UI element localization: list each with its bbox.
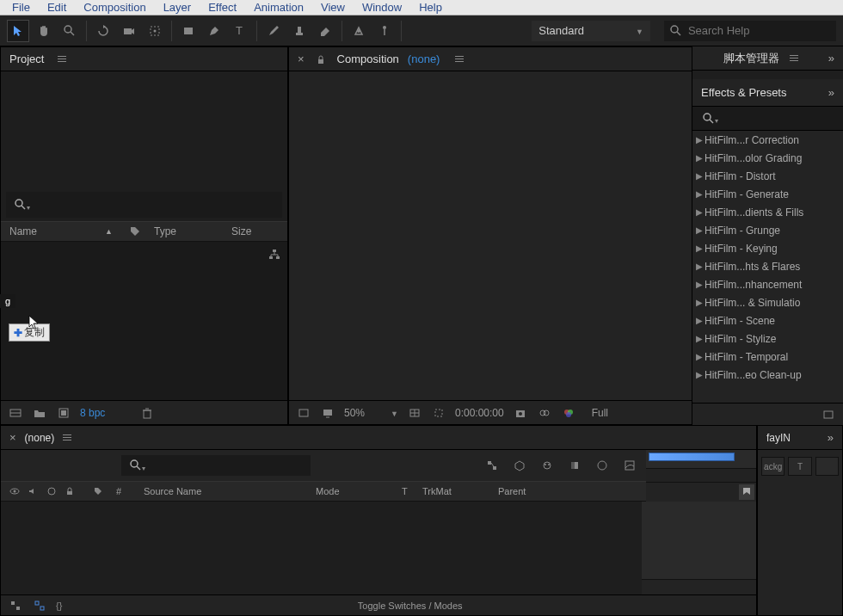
help-search-input[interactable]: [688, 24, 831, 37]
effect-category[interactable]: ▶HitFilm...r Correction: [692, 131, 843, 149]
menu-composition[interactable]: Composition: [75, 1, 154, 14]
close-tab-icon[interactable]: ×: [9, 431, 16, 444]
draft-3d-icon[interactable]: [512, 458, 527, 473]
zoom-tool[interactable]: [58, 20, 81, 42]
menu-effect[interactable]: Effect: [200, 1, 245, 14]
speaker-icon[interactable]: [27, 484, 40, 499]
brush-tool[interactable]: [262, 20, 285, 42]
resolution-level[interactable]: Full: [592, 407, 608, 419]
expand-icon[interactable]: »: [828, 431, 834, 444]
effect-category[interactable]: ▶HitFilm...olor Grading: [692, 149, 843, 167]
effect-category[interactable]: ▶HitFilm - Stylize: [692, 330, 843, 348]
work-area-slider[interactable]: [649, 453, 735, 461]
expand-icon[interactable]: »: [828, 52, 834, 65]
chevron-down-icon[interactable]: [391, 407, 398, 419]
hand-tool[interactable]: [33, 20, 55, 42]
composition-viewer[interactable]: [289, 71, 692, 400]
display-icon[interactable]: [320, 405, 335, 421]
close-tab-icon[interactable]: ×: [298, 52, 305, 65]
col-source-name[interactable]: Source Name: [137, 486, 309, 496]
effect-category[interactable]: ▶HitFilm...hts & Flares: [692, 257, 843, 275]
col-label[interactable]: [83, 484, 109, 499]
eye-icon[interactable]: [8, 484, 22, 499]
effect-category[interactable]: ▶HitFilm...dients & Fills: [692, 203, 843, 221]
panel-menu-icon[interactable]: [63, 434, 71, 440]
rotation-tool[interactable]: [92, 20, 114, 42]
menu-layer[interactable]: Layer: [155, 1, 200, 14]
help-search[interactable]: [664, 21, 836, 41]
toggle-switch-icon[interactable]: [8, 598, 23, 613]
comp-mini-flowchart-icon[interactable]: [484, 458, 500, 473]
effect-category[interactable]: ▶HitFilm - Distort: [692, 167, 843, 185]
snapshot-icon[interactable]: [513, 405, 528, 421]
menu-animation[interactable]: Animation: [245, 1, 312, 14]
shy-icon[interactable]: [539, 458, 555, 473]
menu-edit[interactable]: Edit: [39, 1, 75, 14]
menu-file[interactable]: File: [3, 1, 39, 14]
effect-category[interactable]: ▶HitFilm - Temporal: [692, 348, 843, 366]
timeline-tracks[interactable]: [642, 502, 756, 594]
col-size[interactable]: Size: [223, 225, 260, 237]
new-bin-icon[interactable]: [821, 407, 836, 422]
col-tag[interactable]: [121, 224, 145, 239]
solo-icon[interactable]: [45, 484, 58, 499]
col-trkmat[interactable]: TrkMat: [415, 486, 491, 496]
graph-editor-icon[interactable]: [622, 458, 637, 473]
effect-category[interactable]: ▶HitFilm...eo Clean-up: [692, 366, 843, 384]
timeline-layer-list[interactable]: [1, 502, 642, 594]
effect-category[interactable]: ▶HitFilm - Grunge: [692, 221, 843, 239]
fayin-text-button[interactable]: T: [788, 457, 811, 476]
effect-category[interactable]: ▶HitFilm... & Simulatio: [692, 293, 843, 311]
puppet-pin-tool[interactable]: [373, 20, 396, 42]
frame-blend-icon[interactable]: [567, 458, 582, 473]
motion-blur-icon[interactable]: [594, 458, 610, 473]
eraser-tool[interactable]: [314, 20, 336, 42]
col-mode[interactable]: Mode: [309, 486, 395, 496]
effects-list[interactable]: ▶HitFilm...r Correction ▶HitFilm...olor …: [692, 131, 843, 403]
toggle-switches-modes[interactable]: Toggle Switches / Modes: [358, 601, 463, 611]
roto-brush-tool[interactable]: [348, 20, 370, 42]
pen-tool[interactable]: [203, 20, 225, 42]
effects-search[interactable]: ▾: [692, 107, 843, 131]
panel-menu-icon[interactable]: [58, 56, 66, 62]
project-search[interactable]: ▾: [6, 192, 282, 218]
effect-category[interactable]: ▶HitFilm - Generate: [692, 185, 843, 203]
col-parent[interactable]: Parent: [491, 486, 532, 496]
interpret-footage-icon[interactable]: [8, 405, 23, 421]
timeline-zoom-slider[interactable]: [642, 579, 756, 594]
menu-window[interactable]: Window: [354, 1, 410, 14]
magnification-icon[interactable]: [296, 405, 311, 421]
resolution-icon[interactable]: [407, 405, 422, 421]
effect-category[interactable]: ▶HitFilm - Scene: [692, 311, 843, 330]
expand-icon[interactable]: »: [828, 86, 834, 99]
bit-depth[interactable]: 8 bpc: [80, 407, 105, 419]
color-mgmt-icon[interactable]: [561, 405, 576, 421]
menu-view[interactable]: View: [312, 1, 354, 14]
new-comp-icon[interactable]: [56, 405, 71, 421]
delete-icon[interactable]: [139, 405, 155, 421]
col-t[interactable]: T: [395, 486, 415, 496]
flowchart-icon[interactable]: [267, 247, 282, 262]
col-number[interactable]: #: [109, 486, 137, 496]
type-tool[interactable]: T: [229, 20, 251, 42]
timeline-ruler[interactable]: [646, 450, 756, 469]
camera-tool[interactable]: [118, 20, 140, 42]
clone-stamp-tool[interactable]: [288, 20, 311, 42]
menu-help[interactable]: Help: [410, 1, 451, 14]
workspace-dropdown[interactable]: Standard: [532, 21, 650, 41]
pan-behind-tool[interactable]: [144, 20, 166, 42]
zoom-level[interactable]: 50%: [344, 407, 365, 419]
effect-category[interactable]: ▶HitFilm...nhancement: [692, 275, 843, 293]
roi-icon[interactable]: [431, 405, 446, 421]
effect-category[interactable]: ▶HitFilm - Keying: [692, 239, 843, 257]
show-channel-icon[interactable]: [537, 405, 552, 421]
fayin-button-3[interactable]: [815, 457, 839, 476]
rectangle-tool[interactable]: [177, 20, 200, 42]
panel-menu-icon[interactable]: [790, 55, 798, 61]
toggle-switch-icon-2[interactable]: [32, 598, 47, 613]
lock-icon[interactable]: [64, 484, 77, 499]
col-name[interactable]: Name ▲: [1, 225, 121, 237]
timeline-time-nav[interactable]: [646, 469, 756, 483]
timeline-rows[interactable]: [1, 502, 756, 594]
timecode[interactable]: 0:00:00:00: [455, 407, 504, 419]
